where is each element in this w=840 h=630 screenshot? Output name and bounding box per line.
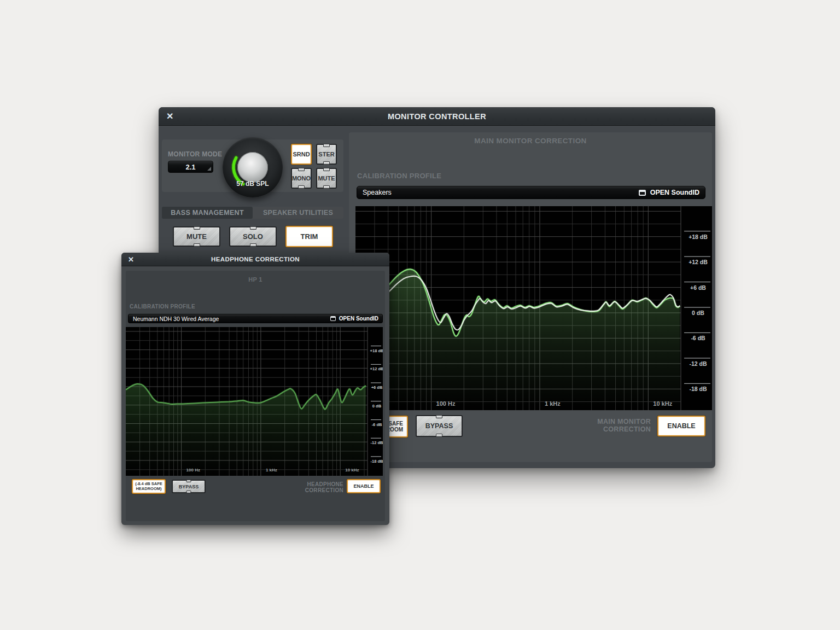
section-label-line1: MAIN MONITOR xyxy=(597,418,651,426)
svg-text:-6 dB: -6 dB xyxy=(372,422,382,427)
svg-text:+18 dB: +18 dB xyxy=(370,348,383,353)
utility-mute-button[interactable]: MUTE xyxy=(173,226,220,247)
panel-header: MAIN MONITOR CORRECTION xyxy=(349,137,712,145)
calibration-profile-select[interactable]: Neumann NDH 30 Wired Average OPEN SoundI… xyxy=(128,314,383,323)
tab-bass-management[interactable]: BASS MANAGEMENT xyxy=(162,207,253,219)
app-window-icon xyxy=(639,190,646,196)
svg-text:+12 dB: +12 dB xyxy=(370,366,383,371)
section-label-line2: CORRECTION xyxy=(597,426,651,434)
svg-text:-18 dB: -18 dB xyxy=(371,459,383,464)
svg-text:1 kHz: 1 kHz xyxy=(266,468,277,472)
svg-text:-18 dB: -18 dB xyxy=(689,386,707,392)
open-soundid-label: OPEN SoundID xyxy=(650,189,699,196)
calibration-profile-select[interactable]: Speakers OPEN SoundID xyxy=(357,186,705,199)
speaker-tabbar: BASS MANAGEMENT SPEAKER UTILITIES xyxy=(162,207,343,219)
svg-text:+12 dB: +12 dB xyxy=(689,259,708,265)
svg-text:-6 dB: -6 dB xyxy=(691,335,705,341)
main-monitor-correction-label: MAIN MONITOR CORRECTION xyxy=(597,418,651,434)
headphone-correction-label: HEADPHONE CORRECTION xyxy=(305,481,343,493)
calibration-profile-label: CALIBRATION PROFILE xyxy=(357,172,441,180)
spl-readout: 57 dB SPL xyxy=(223,180,283,188)
open-soundid-button[interactable]: OPEN SoundID xyxy=(639,189,705,196)
window-title: HEADPHONE CORRECTION xyxy=(211,256,300,262)
open-soundid-button[interactable]: OPEN SoundID xyxy=(330,316,382,322)
svg-text:-12 dB: -12 dB xyxy=(371,440,383,445)
stereo-button[interactable]: STER xyxy=(316,144,337,165)
svg-text:0 dB: 0 dB xyxy=(372,404,382,409)
svg-text:100 Hz: 100 Hz xyxy=(186,468,200,472)
close-icon[interactable]: ✕ xyxy=(128,256,134,263)
enable-button[interactable]: ENABLE xyxy=(657,416,705,436)
headroom-line2: HEADROOM) xyxy=(136,487,161,492)
monitor-controller-titlebar: ✕ MONITOR CONTROLLER xyxy=(159,107,715,126)
close-icon[interactable]: ✕ xyxy=(166,112,174,121)
bypass-button[interactable]: BYPASS xyxy=(172,480,206,493)
headphone-response-chart: +18 dB+12 dB+6 dB0 dB-6 dB-12 dB-18 dB10… xyxy=(126,327,383,476)
enable-button[interactable]: ENABLE xyxy=(347,479,381,493)
section-label-line2: CORRECTION xyxy=(305,487,343,493)
svg-text:100 Hz: 100 Hz xyxy=(436,400,456,407)
profile-name: Speakers xyxy=(357,189,639,196)
monitor-mode-select[interactable]: 2.1 xyxy=(168,161,213,173)
main-monitor-correction-panel: MAIN MONITOR CORRECTION CALIBRATION PROF… xyxy=(349,132,712,462)
svg-text:0 dB: 0 dB xyxy=(692,310,704,316)
main-response-chart: +18 dB+12 dB+6 dB0 dB-6 dB-12 dB-18 dB10… xyxy=(355,206,712,410)
monitor-mode-label: MONITOR MODE xyxy=(168,150,222,158)
svg-text:+6 dB: +6 dB xyxy=(690,284,706,291)
svg-text:10 kHz: 10 kHz xyxy=(653,400,672,407)
headphone-channel-label: HP 1 xyxy=(126,276,385,283)
mute-button[interactable]: MUTE xyxy=(316,168,337,189)
section-label-line1: HEADPHONE xyxy=(305,481,343,487)
svg-text:-12 dB: -12 dB xyxy=(689,360,707,367)
window-title: MONITOR CONTROLLER xyxy=(388,112,486,121)
headphone-correction-window: ✕ HEADPHONE CORRECTION HP 1 CALIBRATION … xyxy=(121,253,389,525)
bypass-button[interactable]: BYPASS xyxy=(416,415,463,437)
safe-headroom-button[interactable]: (-8.4 dB SAFE HEADROOM) xyxy=(132,479,166,494)
tab-speaker-utilities[interactable]: SPEAKER UTILITIES xyxy=(253,207,343,219)
app-window-icon xyxy=(330,316,336,321)
svg-text:+6 dB: +6 dB xyxy=(371,385,383,390)
svg-text:1 kHz: 1 kHz xyxy=(545,400,561,407)
utility-solo-button[interactable]: SOLO xyxy=(229,226,277,247)
volume-knob-arc xyxy=(223,137,283,197)
headphone-panel: HP 1 CALIBRATION PROFILE Neumann NDH 30 … xyxy=(126,271,385,521)
utility-trim-button[interactable]: TRIM xyxy=(285,226,333,247)
volume-knob[interactable] xyxy=(223,137,283,197)
svg-text:+18 dB: +18 dB xyxy=(689,234,708,240)
mono-button[interactable]: MONO xyxy=(291,168,312,189)
open-soundid-label: OPEN SoundID xyxy=(339,316,378,322)
profile-name: Neumann NDH 30 Wired Average xyxy=(129,316,330,322)
headphone-titlebar: ✕ HEADPHONE CORRECTION xyxy=(121,253,389,266)
svg-text:10 kHz: 10 kHz xyxy=(345,468,359,472)
calibration-profile-label: CALIBRATION PROFILE xyxy=(130,304,195,310)
surround-button[interactable]: SRND xyxy=(291,144,312,165)
